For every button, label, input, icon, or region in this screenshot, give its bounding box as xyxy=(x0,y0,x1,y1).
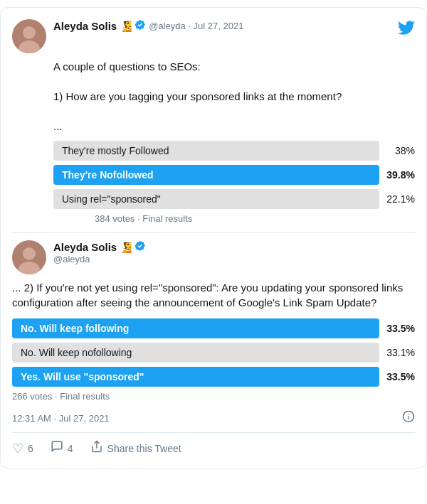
poll2-pct-3: 33.5% xyxy=(386,371,415,382)
tweet2-text: ... 2) If you're not yet using rel="spon… xyxy=(12,280,415,310)
tweet1-poll: They're mostly Followed 38% They're Nofo… xyxy=(53,141,415,224)
share-button[interactable]: Share this Tweet xyxy=(90,440,181,456)
tweet2-verified-icon xyxy=(135,240,146,254)
footer-actions: ♡ 6 4 Share this xyxy=(12,440,181,456)
poll2-option-3: Yes. Will use "sponsored" xyxy=(12,367,379,387)
tweet-card: Aleyda Solis 🧏 @aleyda · Jul 27, 2021 A … xyxy=(0,7,427,468)
comment-button[interactable]: 4 xyxy=(51,440,73,456)
divider xyxy=(12,232,415,233)
tweet1-emoji: 🧏 xyxy=(120,21,132,32)
tweet1-text: A couple of questions to SEOs: 1) How ar… xyxy=(53,59,415,134)
info-icon[interactable] xyxy=(402,410,415,427)
tweet2-user-info: Aleyda Solis 🧏 @aleyda xyxy=(53,240,146,264)
timestamp-row: 12:31 AM · Jul 27, 2021 xyxy=(12,410,415,427)
poll1-meta: 384 votes · Final results xyxy=(95,213,415,224)
tweet1-verified-icon xyxy=(135,19,146,33)
tweet1-display-name[interactable]: Aleyda Solis xyxy=(53,20,117,32)
share-label: Share this Tweet xyxy=(107,443,181,454)
like-button[interactable]: ♡ 6 xyxy=(12,441,33,456)
poll2-pct-2: 33.1% xyxy=(386,347,415,358)
poll2-option-1: No. Will keep following xyxy=(12,318,379,338)
tweet1-name-row: Aleyda Solis 🧏 @aleyda · Jul 27, 2021 xyxy=(53,19,243,33)
tweet2-poll: No. Will keep following 33.5% No. Will k… xyxy=(12,318,415,402)
poll1-pct-2: 39.8% xyxy=(386,169,415,181)
tweet2-header: Aleyda Solis 🧏 @aleyda xyxy=(12,240,415,274)
tweet2-display-name[interactable]: Aleyda Solis xyxy=(53,241,117,253)
tweet2-avatar[interactable] xyxy=(12,240,46,274)
poll2-option-2: No. Will keep nofollowing xyxy=(12,343,379,363)
tweet2-timestamp: 12:31 AM · Jul 27, 2021 xyxy=(12,413,110,424)
tweet2-handle: @aleyda xyxy=(53,254,146,264)
svg-point-1 xyxy=(23,26,36,39)
poll1-pct-3: 22.1% xyxy=(386,193,415,205)
like-icon: ♡ xyxy=(12,441,23,456)
tweet1-avatar[interactable] xyxy=(12,19,46,53)
tweet1-handle-date: @aleyda · Jul 27, 2021 xyxy=(149,21,243,31)
poll1-option-3: Using rel="sponsored" xyxy=(53,189,379,209)
poll2-row-2: No. Will keep nofollowing 33.1% xyxy=(12,343,415,363)
poll2-pct-1: 33.5% xyxy=(386,323,415,334)
poll1-option-2: They're Nofollowed xyxy=(53,165,379,185)
poll1-row-1: They're mostly Followed 38% xyxy=(53,141,415,161)
poll1-row-3: Using rel="sponsored" 22.1% xyxy=(53,189,415,209)
tweet1-header: Aleyda Solis 🧏 @aleyda · Jul 27, 2021 xyxy=(12,19,415,53)
comment-count: 4 xyxy=(68,443,73,454)
twitter-logo-icon xyxy=(398,19,415,41)
poll1-option-1: They're mostly Followed xyxy=(53,141,379,161)
comment-icon xyxy=(51,440,63,456)
tweet2-emoji: 🧏 xyxy=(120,242,132,253)
poll1-row-2: They're Nofollowed 39.8% xyxy=(53,165,415,185)
like-count: 6 xyxy=(28,443,33,454)
poll2-row-1: No. Will keep following 33.5% xyxy=(12,318,415,338)
svg-point-4 xyxy=(23,247,36,260)
tweet2-name-row: Aleyda Solis 🧏 xyxy=(53,240,146,254)
tweet-footer: ♡ 6 4 Share this xyxy=(12,432,415,456)
poll2-row-3: Yes. Will use "sponsored" 33.5% xyxy=(12,367,415,387)
poll1-pct-1: 38% xyxy=(386,145,415,156)
tweet1-user-info: Aleyda Solis 🧏 @aleyda · Jul 27, 2021 xyxy=(53,19,243,33)
share-icon xyxy=(90,440,103,456)
poll2-meta: 266 votes · Final results xyxy=(12,391,415,402)
